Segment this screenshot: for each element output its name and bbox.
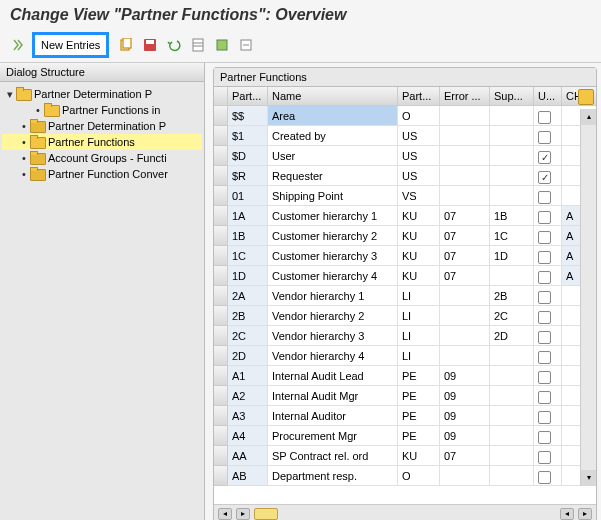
cell[interactable]: 2B — [228, 306, 268, 326]
cell[interactable] — [490, 126, 534, 146]
checkbox[interactable] — [538, 151, 551, 164]
tree-item[interactable]: •Partner Determination P — [2, 118, 202, 134]
checkbox[interactable] — [538, 371, 551, 384]
select-all-icon[interactable] — [211, 34, 233, 56]
cell[interactable]: US — [398, 126, 440, 146]
cell[interactable] — [490, 406, 534, 426]
row-selector[interactable] — [214, 206, 228, 226]
row-selector[interactable] — [214, 426, 228, 446]
row-selector[interactable] — [214, 126, 228, 146]
vertical-scrollbar[interactable]: ▴ ▾ — [580, 109, 596, 486]
cell[interactable]: US — [398, 166, 440, 186]
checkbox[interactable] — [538, 291, 551, 304]
configure-columns-icon[interactable] — [578, 89, 594, 105]
cell[interactable]: A2 — [228, 386, 268, 406]
cell[interactable] — [534, 166, 562, 186]
cell[interactable]: 09 — [440, 386, 490, 406]
save-icon[interactable] — [139, 34, 161, 56]
scroll-right-icon[interactable]: ▸ — [578, 508, 592, 520]
cell[interactable] — [440, 326, 490, 346]
new-entries-button[interactable]: New Entries — [32, 32, 109, 58]
cell[interactable] — [440, 466, 490, 486]
cell[interactable]: LI — [398, 326, 440, 346]
cell[interactable]: 1C — [490, 226, 534, 246]
cell[interactable]: KU — [398, 226, 440, 246]
checkbox[interactable] — [538, 431, 551, 444]
row-selector[interactable] — [214, 166, 228, 186]
cell[interactable]: LI — [398, 286, 440, 306]
cell[interactable]: KU — [398, 266, 440, 286]
tree-item[interactable]: •Partner Functions in — [2, 102, 202, 118]
cell[interactable]: LI — [398, 346, 440, 366]
row-selector[interactable] — [214, 306, 228, 326]
cell[interactable] — [534, 206, 562, 226]
cell[interactable] — [534, 286, 562, 306]
sheet-icon[interactable] — [187, 34, 209, 56]
checkbox[interactable] — [538, 131, 551, 144]
cell[interactable]: PE — [398, 366, 440, 386]
cell[interactable]: US — [398, 146, 440, 166]
cell[interactable]: Vendor hierarchy 2 — [268, 306, 398, 326]
column-header[interactable]: Part... — [398, 87, 440, 106]
checkbox[interactable] — [538, 351, 551, 364]
cell[interactable]: 1B — [228, 226, 268, 246]
copy-icon[interactable] — [115, 34, 137, 56]
cell[interactable] — [490, 466, 534, 486]
cell[interactable]: 09 — [440, 406, 490, 426]
cell[interactable]: PE — [398, 406, 440, 426]
cell[interactable]: Customer hierarchy 3 — [268, 246, 398, 266]
checkbox[interactable] — [538, 411, 551, 424]
cell[interactable]: $1 — [228, 126, 268, 146]
scroll-left-icon[interactable]: ◂ — [560, 508, 574, 520]
scroll-down-icon[interactable]: ▾ — [581, 470, 596, 486]
position-button[interactable] — [254, 508, 278, 520]
cell[interactable]: $D — [228, 146, 268, 166]
row-selector[interactable] — [214, 346, 228, 366]
cell[interactable] — [440, 146, 490, 166]
tree-item[interactable]: •Partner Functions — [2, 134, 202, 150]
row-selector[interactable] — [214, 326, 228, 346]
row-selector[interactable] — [214, 286, 228, 306]
cell[interactable]: 1C — [228, 246, 268, 266]
checkbox[interactable] — [538, 311, 551, 324]
cell[interactable]: 2D — [490, 326, 534, 346]
cell[interactable] — [534, 246, 562, 266]
cell[interactable] — [534, 266, 562, 286]
checkbox[interactable] — [538, 191, 551, 204]
checkbox[interactable] — [538, 251, 551, 264]
cell[interactable]: 07 — [440, 446, 490, 466]
cell[interactable]: PE — [398, 386, 440, 406]
cell[interactable] — [534, 406, 562, 426]
cell[interactable]: User — [268, 146, 398, 166]
cell[interactable]: KU — [398, 446, 440, 466]
cell[interactable]: Vendor hierarchy 1 — [268, 286, 398, 306]
cell[interactable]: 09 — [440, 426, 490, 446]
cell[interactable] — [534, 386, 562, 406]
cell[interactable] — [490, 266, 534, 286]
cell[interactable] — [534, 306, 562, 326]
cell[interactable] — [490, 446, 534, 466]
scroll-up-icon[interactable]: ▴ — [581, 109, 596, 125]
row-selector[interactable] — [214, 466, 228, 486]
cell[interactable] — [534, 186, 562, 206]
cell[interactable]: Internal Auditor — [268, 406, 398, 426]
toggle-icon[interactable] — [8, 34, 30, 56]
cell[interactable]: Area — [268, 106, 398, 126]
cell[interactable] — [534, 106, 562, 126]
undo-icon[interactable] — [163, 34, 185, 56]
cell[interactable]: 2C — [490, 306, 534, 326]
expand-icon[interactable]: • — [18, 152, 30, 164]
cell[interactable]: Internal Audit Lead — [268, 366, 398, 386]
cell[interactable]: AA — [228, 446, 268, 466]
cell[interactable]: 1D — [490, 246, 534, 266]
cell[interactable]: O — [398, 106, 440, 126]
cell[interactable] — [440, 126, 490, 146]
checkbox[interactable] — [538, 391, 551, 404]
cell[interactable]: $$ — [228, 106, 268, 126]
expand-icon[interactable]: • — [18, 120, 30, 132]
checkbox[interactable] — [538, 111, 551, 124]
expand-icon[interactable]: • — [18, 136, 30, 148]
checkbox[interactable] — [538, 471, 551, 484]
cell[interactable]: Created by — [268, 126, 398, 146]
column-header[interactable]: Part... — [228, 87, 268, 106]
